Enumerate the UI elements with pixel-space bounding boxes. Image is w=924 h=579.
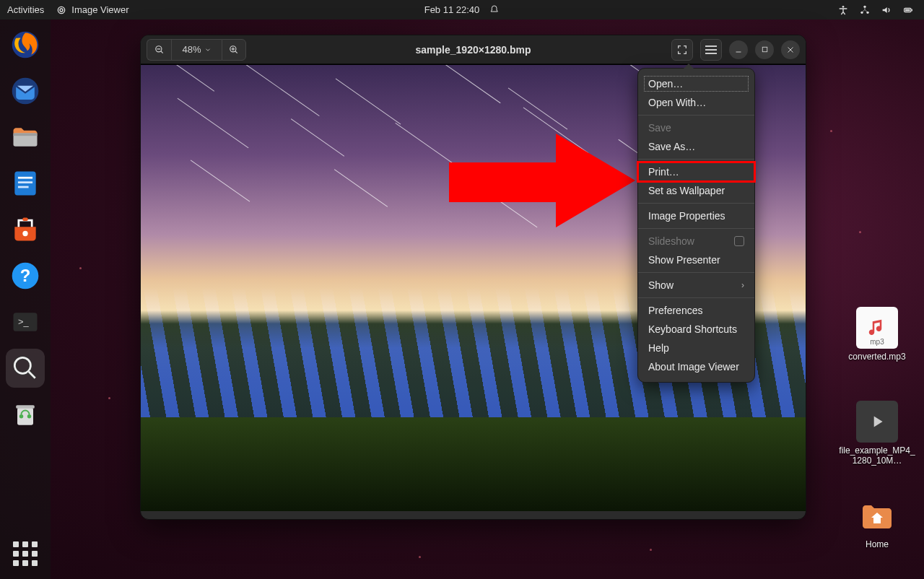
menu-set-wallpaper[interactable]: Set as Wallpaper xyxy=(638,181,754,200)
zoom-level-dropdown[interactable]: 48% xyxy=(171,39,222,61)
video-icon xyxy=(856,401,898,443)
svg-point-24 xyxy=(14,357,30,373)
fullscreen-button[interactable] xyxy=(671,39,693,61)
desktop-file-mp4[interactable]: file_example_MP4_1280_10M… xyxy=(837,401,917,466)
menu-open[interactable]: Open… xyxy=(642,74,750,93)
dock-software[interactable] xyxy=(6,210,45,249)
svg-point-3 xyxy=(863,5,866,7)
desktop-file-mp3[interactable]: mp3 converted.mp3 xyxy=(837,307,917,362)
menu-print[interactable]: Print… xyxy=(638,162,754,181)
show-apps-button[interactable] xyxy=(10,539,40,569)
svg-point-5 xyxy=(866,11,868,13)
image-viewer-icon xyxy=(56,4,67,16)
maximize-icon xyxy=(761,45,769,53)
menu-separator xyxy=(638,203,754,204)
menu-separator xyxy=(638,115,754,116)
zoom-in-button[interactable] xyxy=(222,39,246,61)
network-icon[interactable] xyxy=(859,4,871,16)
svg-rect-12 xyxy=(14,134,38,136)
notification-icon[interactable] xyxy=(488,4,500,16)
menu-save-as[interactable]: Save As… xyxy=(638,137,754,156)
menu-separator xyxy=(638,159,754,160)
menu-save: Save xyxy=(638,118,754,137)
dock-image-viewer[interactable] xyxy=(6,349,45,388)
minimize-button[interactable] xyxy=(729,40,748,59)
window-title: sample_1920×1280.bmp xyxy=(416,44,531,56)
svg-text:?: ? xyxy=(20,266,31,285)
svg-rect-14 xyxy=(18,177,32,179)
svg-rect-31 xyxy=(762,47,767,51)
svg-point-18 xyxy=(22,231,27,236)
gnome-topbar: Activities Image Viewer Feb 11 22:40 xyxy=(0,0,924,19)
hamburger-menu-popover: Open… Open With… Save Save As… Print… Se… xyxy=(637,68,755,383)
menu-preferences[interactable]: Preferences xyxy=(638,301,754,320)
svg-point-0 xyxy=(58,6,65,13)
dock-terminal[interactable]: >_ xyxy=(6,302,45,341)
menu-image-properties[interactable]: Image Properties xyxy=(638,206,754,225)
menu-open-with[interactable]: Open With… xyxy=(638,93,754,112)
menu-show-submenu[interactable]: Show › xyxy=(638,276,754,295)
dock-writer[interactable] xyxy=(6,164,45,203)
menu-separator xyxy=(638,272,754,273)
menu-keyboard-shortcuts[interactable]: Keyboard Shortcuts xyxy=(638,320,754,339)
volume-icon[interactable] xyxy=(881,4,892,16)
menu-separator xyxy=(638,297,754,298)
svg-rect-17 xyxy=(22,218,27,222)
battery-icon[interactable] xyxy=(902,4,914,16)
dock-trash[interactable] xyxy=(6,395,45,434)
close-icon xyxy=(786,45,795,54)
menu-help[interactable]: Help xyxy=(638,339,754,357)
svg-point-4 xyxy=(860,11,863,13)
menu-about[interactable]: About Image Viewer xyxy=(638,357,754,376)
chevron-down-icon xyxy=(204,46,212,53)
audio-icon: mp3 xyxy=(856,307,898,349)
zoom-in-icon xyxy=(229,45,239,55)
svg-rect-8 xyxy=(905,9,910,11)
folder-home-icon xyxy=(856,495,898,536)
fullscreen-icon xyxy=(676,44,688,56)
zoom-out-button[interactable] xyxy=(147,39,171,61)
app-indicator[interactable]: Image Viewer xyxy=(56,4,128,16)
clock[interactable]: Feb 11 22:40 xyxy=(424,4,480,15)
zoom-out-icon xyxy=(154,45,165,55)
svg-rect-16 xyxy=(18,186,29,188)
activities-button[interactable]: Activities xyxy=(7,4,44,15)
menu-show-presenter[interactable]: Show Presenter xyxy=(638,251,754,269)
maximize-button[interactable] xyxy=(755,40,774,59)
dock-files[interactable] xyxy=(6,118,45,157)
window-titlebar: 48% sample_1920×1280.bmp xyxy=(141,35,806,64)
svg-rect-7 xyxy=(912,9,912,11)
dock-help[interactable]: ? xyxy=(6,256,45,295)
svg-point-1 xyxy=(60,9,63,12)
menu-slideshow: Slideshow xyxy=(638,232,754,251)
desktop-folder-home[interactable]: Home xyxy=(837,495,917,549)
close-button[interactable] xyxy=(781,40,800,59)
menu-separator xyxy=(638,228,754,229)
minimize-icon xyxy=(734,45,743,54)
svg-rect-26 xyxy=(16,405,35,409)
svg-rect-15 xyxy=(18,181,32,183)
hamburger-menu-button[interactable] xyxy=(700,39,722,61)
svg-point-28 xyxy=(27,414,32,419)
svg-point-2 xyxy=(842,6,845,8)
chevron-right-icon: › xyxy=(741,280,744,290)
ubuntu-dock: ? >_ xyxy=(0,19,51,579)
dock-thunderbird[interactable] xyxy=(6,71,45,110)
annotation-arrow xyxy=(449,134,637,227)
svg-point-27 xyxy=(19,414,24,419)
checkbox-icon xyxy=(734,236,744,246)
accessibility-icon[interactable] xyxy=(837,4,849,16)
dock-firefox[interactable] xyxy=(6,25,45,64)
svg-text:>_: >_ xyxy=(18,316,29,327)
hamburger-icon xyxy=(705,49,717,51)
